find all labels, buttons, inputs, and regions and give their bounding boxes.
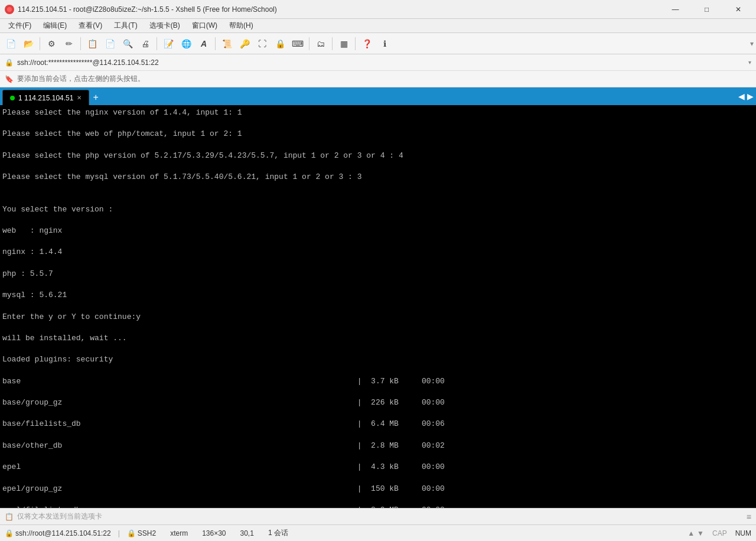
terminal-line: base/group_gz | 226 kB 00:00 — [2, 397, 754, 408]
menu-file[interactable]: 文件(F) — [2, 19, 37, 32]
status-sep-1: | — [118, 529, 120, 537]
menu-tabs[interactable]: 选项卡(B) — [144, 19, 186, 32]
toolbar-separator-5 — [309, 37, 309, 50]
new-session-button[interactable]: 📄 — [2, 35, 19, 52]
terminal-line: base | 3.7 kB 00:00 — [2, 376, 754, 387]
status-connection: 🔒 ssh://root@114.215.104.51:22 — [5, 529, 111, 537]
toolbar-separator-1 — [40, 37, 40, 50]
session-bar: 🔖 要添加当前会话，点击左侧的箭头按钮。 — [0, 71, 756, 87]
menu-help[interactable]: 帮助(H) — [223, 19, 259, 32]
properties-button[interactable]: ⚙ — [43, 35, 60, 52]
tab-nav: ◀ ▶ — [738, 92, 754, 101]
tab-status-dot — [10, 96, 15, 100]
address-text: ssh://root:****************@114.215.104.… — [17, 58, 159, 67]
toolbar-separator-6 — [332, 37, 333, 50]
script-button[interactable]: 📜 — [219, 35, 235, 52]
expand-button[interactable]: ⛶ — [254, 35, 271, 52]
bottom-clipboard-icon: 📋 — [5, 513, 14, 521]
maximize-button[interactable]: □ — [693, 0, 720, 19]
font-button[interactable]: A — [195, 35, 212, 52]
terminal-line: will be installed, wait ... — [2, 333, 754, 344]
tab-close-icon[interactable]: ✕ — [77, 94, 82, 101]
keyboard-button[interactable]: ⌨ — [289, 35, 306, 52]
status-scroll-arrows: ▲ ▼ — [687, 529, 704, 537]
status-connection-text: ssh://root@114.215.104.51:22 — [15, 529, 111, 537]
tab-nav-right-button[interactable]: ▶ — [747, 92, 754, 101]
status-term: xterm — [170, 529, 188, 537]
address-bar: 🔒 ssh://root:****************@114.215.10… — [0, 54, 756, 71]
terminal-line: Please select the php version of 5.2.17/… — [2, 151, 754, 161]
address-lock-icon: 🔒 — [5, 58, 14, 67]
terminal-line: base/other_db | 2.8 MB 00:02 — [2, 441, 754, 451]
terminal-line: Loaded plugins: security — [2, 354, 754, 365]
bottom-menu-icon[interactable]: ≡ — [747, 512, 751, 522]
session-hint-text: 要添加当前会话，点击左侧的箭头按钮。 — [17, 74, 145, 84]
window-controls: — □ ✕ — [662, 0, 751, 19]
key-button[interactable]: 🔑 — [236, 35, 253, 52]
bottom-input-bar: 📋 仅将文本发送到当前选项卡 ≡ — [0, 508, 756, 524]
status-lock-icon: 🔒 — [5, 529, 14, 537]
title-bar: 114.215.104.51 - root@iZ28o8u5izeZ:~/sh-… — [0, 0, 756, 19]
toolbar-separator-7 — [355, 37, 356, 50]
terminal-line: web : nginx — [2, 226, 754, 236]
tab-active[interactable]: 1 114.215.104.51 ✕ — [2, 90, 89, 105]
terminal-line: You select the version : — [2, 204, 754, 215]
status-cap-indicator: CAP — [712, 529, 727, 537]
terminal-line: Please select the nginx version of 1.4.4… — [2, 107, 754, 118]
address-dropdown-icon[interactable]: ▾ — [748, 59, 751, 66]
terminal-line: epel/group_gz | 150 kB 00:00 — [2, 484, 754, 494]
menu-bar: 文件(F) 编辑(E) 查看(V) 工具(T) 选项卡(B) 窗口(W) 帮助(… — [0, 19, 756, 33]
session-bookmark-icon: 🔖 — [5, 75, 14, 83]
paste-button[interactable]: 📄 — [102, 35, 118, 52]
toolbar: 📄 📂 ⚙ ✏ 📋 📄 🔍 🖨 📝 🌐 A 📜 🔑 ⛶ 🔒 ⌨ 🗂 ▦ ❓ ℹ … — [0, 33, 756, 54]
terminal-line: base/filelists_db | 6.4 MB 00:06 — [2, 419, 754, 429]
title-bar-left: 114.215.104.51 - root@iZ28o8u5izeZ:~/sh-… — [5, 5, 277, 14]
status-ssh-text: SSH2 — [138, 529, 156, 537]
scroll-up-button[interactable]: ▲ — [687, 529, 695, 537]
terminal-line: Please select the mysql version of 5.1.7… — [2, 172, 754, 182]
bottom-input-text: 仅将文本发送到当前选项卡 — [17, 511, 102, 522]
status-num-indicator: NUM — [735, 529, 751, 537]
terminal[interactable]: Please select the nginx version of 1.4.4… — [0, 105, 756, 508]
open-button[interactable]: 📂 — [20, 35, 37, 52]
status-right: ▲ ▼ CAP NUM — [687, 529, 751, 537]
terminal-line: mysql : 5.6.21 — [2, 290, 754, 301]
search-button[interactable]: 🔍 — [119, 35, 136, 52]
menu-window[interactable]: 窗口(W) — [186, 19, 223, 32]
tab-nav-left-button[interactable]: ◀ — [738, 92, 745, 101]
terminal-line: epel | 4.3 kB 00:00 — [2, 462, 754, 472]
tab-label: 1 114.215.104.51 — [18, 94, 73, 102]
copy-button[interactable]: 📋 — [84, 35, 100, 52]
close-button[interactable]: ✕ — [725, 0, 751, 19]
terminal-line: Please select the web of php/tomcat, inp… — [2, 129, 754, 139]
globe-button[interactable]: 🌐 — [178, 35, 194, 52]
info-button[interactable]: ℹ — [376, 35, 393, 52]
edit-button[interactable]: ✏ — [61, 35, 77, 52]
title-text: 114.215.104.51 - root@iZ28o8u5izeZ:~/sh-… — [18, 5, 277, 14]
status-ssh: 🔒 SSH2 — [127, 529, 156, 537]
compose-button[interactable]: 📝 — [160, 35, 177, 52]
terminal-line: php : 5.5.7 — [2, 269, 754, 279]
tab-bar: 1 114.215.104.51 ✕ + ◀ ▶ — [0, 87, 756, 105]
menu-view[interactable]: 查看(V) — [73, 19, 108, 32]
toolbar-separator-2 — [80, 37, 81, 50]
status-bar: 🔒 ssh://root@114.215.104.51:22 | 🔒 SSH2 … — [0, 524, 756, 541]
help-button[interactable]: ❓ — [359, 35, 375, 52]
menu-tools[interactable]: 工具(T) — [108, 19, 143, 32]
toolbar-separator-3 — [157, 37, 157, 50]
print-button[interactable]: 🖨 — [137, 35, 154, 52]
terminal-line: Enter the y or Y to continue:y — [2, 312, 754, 322]
terminal-line: nginx : 1.4.4 — [2, 247, 754, 258]
lock-button[interactable]: 🔒 — [272, 35, 288, 52]
minimize-button[interactable]: — — [662, 0, 689, 19]
app-icon — [5, 5, 14, 14]
svg-point-0 — [7, 7, 12, 12]
menu-edit[interactable]: 编辑(E) — [37, 19, 73, 32]
status-size: 136×30 — [202, 529, 226, 537]
toolbar-end: ▾ — [750, 40, 754, 48]
session-manager-button[interactable]: 🗂 — [312, 35, 329, 52]
scroll-down-button[interactable]: ▼ — [697, 529, 704, 537]
tab-add-button[interactable]: + — [89, 90, 102, 105]
grid-button[interactable]: ▦ — [335, 35, 352, 52]
status-sessions: 1 会话 — [268, 528, 288, 538]
